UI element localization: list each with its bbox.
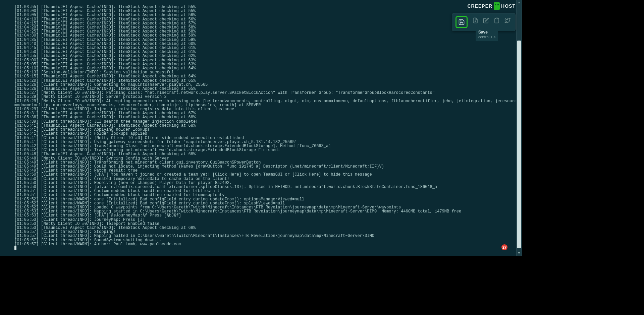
twitter-button[interactable]: [503, 16, 512, 25]
brand-text-left: CREEPER: [467, 3, 492, 9]
log-line: [01:05:48] [Netty Client IO #0/INFO]: Sy…: [14, 156, 518, 161]
log-line: [01:05:53] [Client thread/INFO]: Journey…: [14, 218, 518, 222]
app-viewport: [01:03:55] [ThaumicJEI Aspect Cache/INFO…: [0, 0, 522, 256]
log-line: [01:05:36] [ThaumicJEI Aspect Cache/INFO…: [14, 115, 518, 119]
brand-text-right: HOST: [501, 3, 516, 9]
scroll-down-button[interactable]: ▼: [517, 251, 522, 256]
log-line: [01:05:41] [Client thread/INFO]: Holder …: [14, 132, 518, 136]
log-line: [01:05:41] [Client thread/INFO]: [Netty …: [14, 136, 518, 140]
log-line: [01:05:53] [Client thread/INFO]: [CHAT] …: [14, 213, 518, 217]
scroll-up-button[interactable]: ▲: [517, 0, 522, 5]
edit-icon: [483, 17, 489, 23]
log-line: [01:05:57] [Client thread/INFO]: SoundSy…: [14, 238, 518, 242]
save-tooltip: Save control + s: [476, 28, 498, 41]
notification-badge[interactable]: 27: [501, 244, 507, 250]
clipboard-icon: [494, 17, 500, 23]
log-line: [01:05:57] [Client thread/INFO]: Mapping…: [14, 234, 518, 238]
log-line: [01:05:57] [Client thread/WARN]: Author:…: [14, 242, 518, 246]
log-line: [01:04:10] [ThaumicJEI Aspect Cache/INFO…: [14, 17, 518, 21]
log-line: [01:04:30] [ThaumicJEI Aspect Cache/INFO…: [14, 34, 518, 38]
twitter-icon: [504, 17, 511, 23]
log-line: [01:05:29] [Netty Client IO #0/INFO]: Se…: [14, 95, 518, 99]
log-line: [01:05:00] [ThaumicJEI Aspect Cache/INFO…: [14, 58, 518, 62]
log-line: [01:04:55] [ThaumicJEI Aspect Cache/INFO…: [14, 54, 518, 58]
new-file-button[interactable]: [471, 16, 480, 25]
vertical-scrollbar[interactable]: ▲ ▼: [516, 0, 522, 256]
log-line: [01:05:50] [Client thread/INFO]: Created…: [14, 177, 518, 181]
text-cursor: [14, 246, 16, 250]
log-line: [01:05:51] [Client thread/INFO]: Custom …: [14, 193, 518, 197]
log-line: [01:04:35] [ThaumicJEI Aspect Cache/INFO…: [14, 38, 518, 42]
save-button[interactable]: [455, 16, 468, 28]
tooltip-title: Save: [478, 30, 495, 35]
log-line: [01:04:05] [ThaumicJEI Aspect Cache/INFO…: [14, 13, 518, 17]
save-icon: [458, 19, 465, 25]
log-line: [01:05:48] [ThaumicJEI Aspect Cache/INFO…: [14, 152, 518, 156]
clipboard-button[interactable]: [492, 16, 501, 25]
log-line: [01:05:50] [Client thread/INFO]: [CHAT] …: [14, 173, 518, 177]
new-file-icon: [472, 17, 478, 23]
creeper-icon: [494, 2, 500, 10]
log-output[interactable]: [01:03:55] [ThaumicJEI Aspect Cache/INFO…: [0, 0, 522, 256]
log-line: [01:05:52] [Client thread/WARN]: core (I…: [14, 197, 518, 201]
svg-rect-2: [496, 18, 498, 19]
edit-button[interactable]: [482, 16, 490, 25]
log-line: [01:05:15] [ThaumicJEI Aspect Cache/INFO…: [14, 74, 518, 78]
brand-logo: CREEPER HOST: [467, 2, 516, 10]
scroll-thumb[interactable]: [517, 41, 521, 248]
tooltip-shortcut: control + s: [478, 35, 495, 39]
